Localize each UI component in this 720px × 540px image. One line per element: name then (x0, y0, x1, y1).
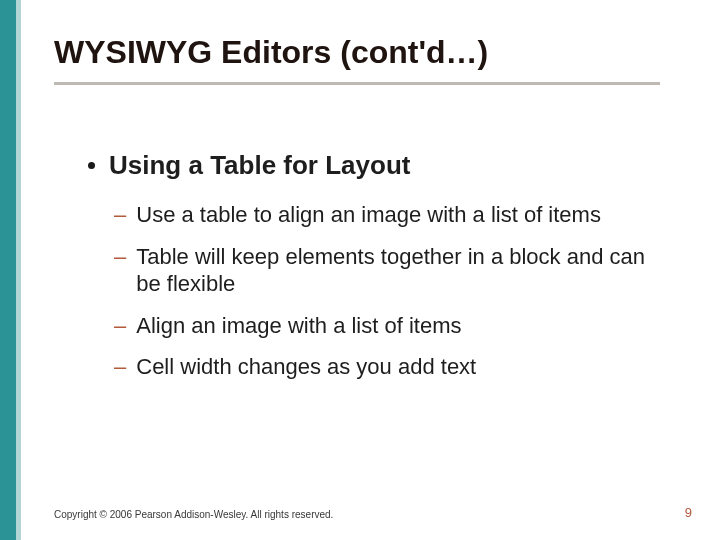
list-item: – Use a table to align an image with a l… (114, 201, 670, 229)
left-accent-inner-bar (16, 0, 21, 540)
copyright-footer: Copyright © 2006 Pearson Addison-Wesley.… (54, 509, 333, 520)
sub-bullet-text: Use a table to align an image with a lis… (136, 201, 601, 229)
bullet-heading: Using a Table for Layout (109, 150, 410, 181)
dash-icon: – (114, 201, 126, 229)
title-underline (54, 82, 660, 85)
sub-bullet-text: Table will keep elements together in a b… (136, 243, 670, 298)
slide-title: WYSIWYG Editors (cont'd…) (54, 34, 680, 71)
sub-bullet-text: Cell width changes as you add text (136, 353, 476, 381)
sub-bullet-text: Align an image with a list of items (136, 312, 461, 340)
dash-icon: – (114, 243, 126, 271)
bullet-dot-icon (88, 162, 95, 169)
bullet-level1: Using a Table for Layout (88, 150, 670, 181)
content-area: Using a Table for Layout – Use a table t… (88, 150, 670, 395)
title-container: WYSIWYG Editors (cont'd…) (54, 34, 680, 71)
list-item: – Cell width changes as you add text (114, 353, 670, 381)
page-number: 9 (685, 505, 692, 520)
slide: WYSIWYG Editors (cont'd…) Using a Table … (0, 0, 720, 540)
sub-bullet-list: – Use a table to align an image with a l… (114, 201, 670, 381)
left-accent-bar (0, 0, 16, 540)
list-item: – Align an image with a list of items (114, 312, 670, 340)
dash-icon: – (114, 312, 126, 340)
list-item: – Table will keep elements together in a… (114, 243, 670, 298)
dash-icon: – (114, 353, 126, 381)
